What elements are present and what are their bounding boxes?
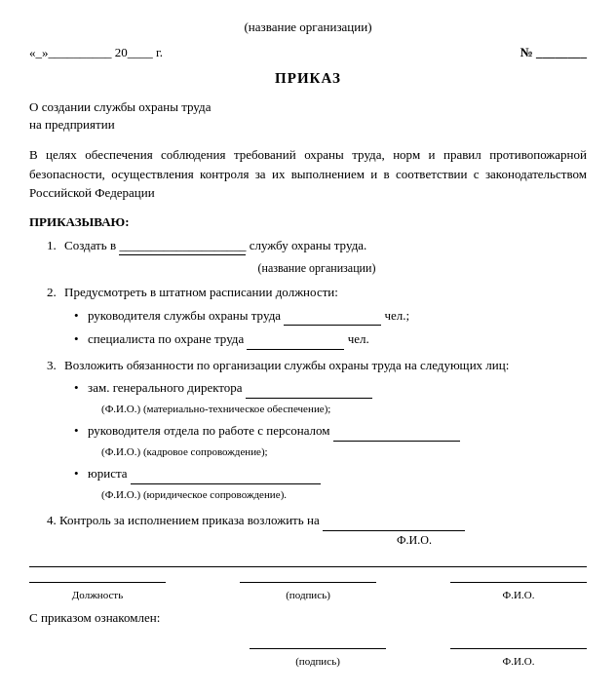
order-1-suffix: службу охраны труда. xyxy=(250,238,367,252)
preamble: В целях обеспечения соблюдения требовани… xyxy=(29,145,587,203)
sub-bullet-1-text: зам. генерального директора xyxy=(88,380,243,395)
familiar-sig-line-2 xyxy=(450,648,587,649)
familiar-sig-label-2: Ф.И.О. xyxy=(450,655,587,667)
document-title: ПРИКАЗ xyxy=(29,70,587,87)
order-1-text: Создать в xyxy=(64,238,116,252)
sig-col-3: Ф.И.О. xyxy=(450,573,587,600)
order-3: 3. Возложить обязанности по организации … xyxy=(29,356,587,504)
order-1-content: Создать в ____________________ службу ох… xyxy=(64,236,366,256)
order-3-num: 3. xyxy=(47,356,64,375)
date-prefix: «_»__________ xyxy=(29,45,112,59)
org-name-header: (название организации) xyxy=(29,19,587,35)
order-4-text: Контроль за исполнением приказа возложит… xyxy=(59,513,320,527)
order-2-text: Предусмотреть в штатном расписании должн… xyxy=(64,283,338,302)
sub-bullet-2-sub: (Ф.И.О.) (кадровое сопровождение); xyxy=(88,445,268,457)
order-3-line: 3. Возложить обязанности по организации … xyxy=(47,356,587,375)
order-2: 2. Предусмотреть в штатном расписании до… xyxy=(29,283,587,350)
number-line: ________ xyxy=(536,45,587,59)
subject-line1: О создании службы охраны труда xyxy=(29,98,587,116)
sub-bullet-1-sub: (Ф.И.О.) (материально-техническое обеспе… xyxy=(88,403,330,414)
familiar-text: С приказом ознакомлен: xyxy=(29,610,587,626)
order-2-line: 2. Предусмотреть в штатном расписании до… xyxy=(47,283,587,302)
sub-bullet-3-sub: (Ф.И.О.) (юридическое сопровождение). xyxy=(88,488,287,500)
familiar-section: С приказом ознакомлен: (подпись) Ф.И.О. xyxy=(29,610,587,667)
sub-bullet-2: • руководителя отдела по работе с персон… xyxy=(47,421,587,460)
order-4-blank xyxy=(323,511,465,531)
order-1-blank: ____________________ xyxy=(119,236,246,256)
sig-line-1 xyxy=(29,582,166,583)
sub-bullet-3-blank xyxy=(131,464,321,484)
date-year: 20 xyxy=(115,45,128,59)
date-field: «_»__________ 20____ г. xyxy=(29,45,163,60)
bullet-1-mark: • xyxy=(74,306,88,326)
date-suffix: г. xyxy=(156,45,163,59)
bullet-1: • руководителя службы охраны труда чел.; xyxy=(47,306,587,327)
familiar-sig-col-1: (подпись) xyxy=(250,639,386,667)
order-1-sub: (название организации) xyxy=(47,259,587,277)
familiar-sig-col-2: Ф.И.О. xyxy=(450,639,587,667)
sub-bullet-2-text: руководителя отдела по работе с персонал… xyxy=(88,423,330,438)
subject-line2: на предприятии xyxy=(29,116,587,134)
order-4: 4. Контроль за исполнением приказа возло… xyxy=(29,511,587,549)
familiar-sig-row: (подпись) Ф.И.О. xyxy=(29,639,587,667)
sub-bullet-3-content: юриста (Ф.И.О.) (юридическое сопровожден… xyxy=(88,464,321,503)
bullet-2-text: специалиста по охране труда xyxy=(88,331,244,346)
sub-bullet-2-blank xyxy=(333,421,460,442)
bullet-2: • специалиста по охране труда чел. xyxy=(47,329,587,350)
sig-row: Должность (подпись) Ф.И.О. xyxy=(29,573,587,600)
sub-bullet-3: • юриста (Ф.И.О.) (юридическое сопровожд… xyxy=(47,464,587,503)
sub-bullet-2-content: руководителя отдела по работе с персонал… xyxy=(88,421,460,460)
bullet-2-mark: • xyxy=(74,329,88,349)
bullet-1-suffix: чел.; xyxy=(385,308,410,323)
order-1-line: 1. Создать в ____________________ службу… xyxy=(47,236,587,256)
order-4-num: 4. xyxy=(47,513,59,527)
sig-line-3 xyxy=(450,582,587,583)
order-2-num: 2. xyxy=(47,283,64,302)
order-4-line: 4. Контроль за исполнением приказа возло… xyxy=(47,511,587,531)
bullet-1-content: руководителя службы охраны труда чел.; xyxy=(88,306,409,327)
order-1-num: 1. xyxy=(47,236,64,255)
document-page: (название организации) «_»__________ 20_… xyxy=(29,19,587,667)
signature-section: Должность (подпись) Ф.И.О. xyxy=(29,566,587,600)
bullet-2-content: специалиста по охране труда чел. xyxy=(88,329,369,350)
sig-label-3: Ф.И.О. xyxy=(450,589,587,600)
sub-bullet-1-content: зам. генерального директора (Ф.И.О.) (ма… xyxy=(88,378,372,417)
familiar-spacer xyxy=(29,639,185,667)
sig-label-1: Должность xyxy=(29,589,166,600)
date-number-row: «_»__________ 20____ г. № ________ xyxy=(29,45,587,60)
orders-title: ПРИКАЗЫВАЮ: xyxy=(29,214,587,230)
sig-col-2: (подпись) xyxy=(240,573,376,600)
order-1: 1. Создать в ____________________ службу… xyxy=(29,236,587,278)
sig-label-2: (подпись) xyxy=(240,589,376,600)
org-name-text: (название организации) xyxy=(245,19,372,34)
order-3-text: Возложить обязанности по организации слу… xyxy=(64,356,509,375)
sig-line-2 xyxy=(240,582,376,583)
bullet-2-suffix: чел. xyxy=(348,331,369,346)
bullet-1-text: руководителя службы охраны труда xyxy=(88,308,281,323)
sub-bullet-1-blank xyxy=(246,378,372,399)
sub-bullet-2-mark: • xyxy=(74,421,88,441)
familiar-sig-line-1 xyxy=(250,648,386,649)
sub-bullet-1-mark: • xyxy=(74,378,88,398)
number-label: № xyxy=(520,45,533,59)
sub-bullet-1: • зам. генерального директора (Ф.И.О.) (… xyxy=(47,378,587,417)
sig-col-1: Должность xyxy=(29,573,166,600)
number-field: № ________ xyxy=(520,45,587,60)
sub-bullet-3-text: юриста xyxy=(88,466,128,481)
subject: О создании службы охраны труда на предпр… xyxy=(29,98,587,134)
bullet-2-blank xyxy=(247,329,344,350)
familiar-sig-label-1: (подпись) xyxy=(250,655,386,667)
bullet-1-blank xyxy=(284,306,381,327)
order-4-sub: Ф.И.О. xyxy=(47,531,587,549)
sub-bullet-3-mark: • xyxy=(74,464,88,483)
